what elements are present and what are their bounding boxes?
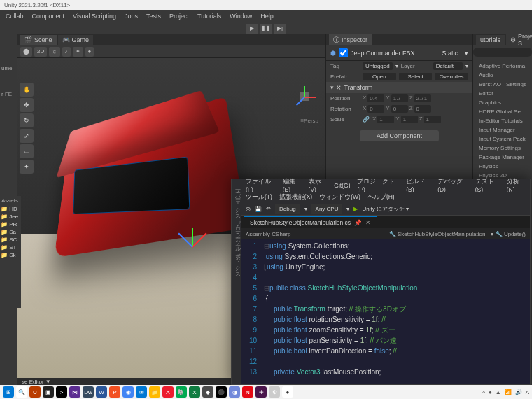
menu-tests[interactable]: Tests (146, 13, 161, 20)
taskbar-icon[interactable]: 🐘 (176, 386, 187, 398)
transform-menu-icon[interactable]: ⋮ (462, 84, 468, 91)
gizmos-toggle[interactable]: ● (85, 47, 94, 57)
asset-folder[interactable]: 📁 SC (0, 236, 21, 244)
vs-platform-dropdown[interactable]: Any CPU (312, 204, 343, 214)
vs-menu-item[interactable]: 表示(V) (309, 178, 328, 193)
taskbar-icon[interactable]: X (189, 386, 200, 398)
menu-tutorials[interactable]: Tutorials (197, 13, 221, 20)
gizmo-x-axis[interactable] (192, 232, 206, 247)
crumb-assembly[interactable]: Assembly-CSharp (246, 231, 290, 237)
ps-item[interactable]: In-Editor Tutorials (476, 116, 529, 125)
scale-link-icon[interactable]: 🔗 (363, 116, 370, 122)
vs-menu-item[interactable]: テスト(S) (475, 178, 500, 193)
tab-project-settings[interactable]: ⚙Project S (506, 31, 532, 48)
prefab-select-button[interactable]: Select (399, 73, 433, 80)
taskbar-icon[interactable]: 📁 (149, 386, 160, 398)
tray-icon[interactable]: 📶 (505, 389, 512, 396)
pos-y[interactable]: 1.7 (391, 94, 408, 102)
vs-file-tab[interactable]: SketchHubStyleObjectManipulation.cs 📌 ✕ (244, 216, 377, 228)
nav-y[interactable] (304, 86, 305, 97)
ps-item[interactable]: HDRP Global Se (476, 107, 529, 116)
menu-jobs[interactable]: Jobs (125, 13, 138, 20)
persp-label[interactable]: ≡Persp (300, 118, 318, 124)
object-name-field[interactable]: Jeep Commander FBX (351, 50, 435, 57)
taskbar-icon[interactable]: ⚫ (216, 386, 227, 398)
ps-item[interactable]: Adaptive Performa (476, 62, 529, 71)
scl-z[interactable]: 1 (424, 115, 441, 123)
ps-item[interactable]: Memory Settings (476, 144, 529, 153)
ps-item[interactable]: Package Manager (476, 153, 529, 162)
ps-item[interactable]: Graphics (476, 98, 529, 107)
taskbar-icon[interactable]: Dw (83, 386, 94, 398)
tray-icon[interactable]: ▲ (496, 389, 501, 396)
vs-menu-item[interactable]: Git(G) (334, 182, 350, 189)
menu-collab[interactable]: Collab (6, 13, 24, 20)
scl-x[interactable]: 1 (377, 115, 394, 123)
vs-menu-item[interactable]: ウィンドウ(W) (319, 193, 360, 202)
asset-folder[interactable]: 📁 Sk (0, 251, 21, 259)
taskbar-icon[interactable]: ⁜ (255, 386, 267, 398)
taskbar-icon[interactable]: P (109, 386, 120, 398)
rot-x[interactable]: 0 (368, 105, 384, 113)
object-enabled-checkbox[interactable] (339, 48, 348, 57)
asset-folder[interactable]: 📁 ST (0, 244, 21, 251)
pos-z[interactable]: 2.71 (414, 94, 431, 102)
ps-item[interactable]: Input System Pack (476, 134, 529, 144)
ps-item[interactable]: Burst AOT Settings (476, 80, 529, 89)
asset-folder[interactable]: 📁 HD (0, 205, 21, 213)
visual-studio-window[interactable]: サーバー エクスプローラー ツールボックス ファイル(F)編集(E)表示(V)G… (231, 178, 531, 385)
vs-nav-back-icon[interactable]: ◎ (246, 206, 251, 212)
fx-toggle[interactable]: ✦ (73, 47, 83, 57)
vs-menu-item[interactable]: 拡張機能(X) (279, 193, 312, 202)
tab-game[interactable]: 🎮Game (58, 35, 94, 45)
tab-tutorials[interactable]: utorials (476, 35, 505, 45)
vs-play-icon[interactable]: ▶ (354, 206, 358, 212)
vs-save-icon[interactable]: 💾 (255, 206, 262, 212)
taskbar-icon[interactable]: 🔍 (16, 386, 27, 398)
transform-gizmo[interactable] (172, 226, 214, 268)
taskbar-icon[interactable]: ⊞ (3, 386, 14, 398)
nav-cube[interactable] (290, 83, 318, 111)
taskbar-icon[interactable]: A (162, 386, 174, 398)
light-toggle[interactable]: ☼ (49, 47, 59, 57)
asset-folder[interactable]: 📁 Sa (0, 228, 21, 236)
vs-menu-item[interactable]: ファイル(F) (246, 178, 276, 193)
tray-icon[interactable]: A (526, 389, 529, 396)
vs-menu-item[interactable]: ビルド(B) (406, 178, 430, 193)
tray-icon[interactable]: ● (489, 389, 492, 396)
asset-folder[interactable]: 📁 Jee (0, 213, 21, 220)
play-button[interactable]: ▶ (246, 24, 258, 34)
crumb-method[interactable]: Update() (504, 231, 526, 237)
tab-inspector[interactable]: ⓘInspector (329, 34, 372, 46)
gizmo-z-axis[interactable] (178, 232, 192, 247)
ps-item[interactable]: Editor (476, 89, 529, 98)
ps-search-input[interactable] (473, 48, 532, 57)
vs-menu-item[interactable]: デバッグ(D) (438, 178, 468, 193)
vs-menu-item[interactable]: ヘルプ(H) (368, 193, 395, 202)
audio-toggle[interactable]: ♪ (62, 47, 71, 57)
mode-2d-toggle[interactable]: 2D (34, 47, 47, 57)
layer-dropdown[interactable]: Default (433, 62, 463, 70)
tab-scene[interactable]: 🎬Scene (20, 35, 57, 45)
tray-icon[interactable]: 🔊 (515, 389, 522, 396)
vs-menu-item[interactable]: 分析(N) (507, 178, 526, 193)
jeep-model[interactable] (24, 79, 255, 275)
rot-z[interactable]: 0 (414, 105, 431, 113)
pos-x[interactable]: 0.4 (368, 94, 384, 102)
shading-dropdown[interactable]: ⬤ (20, 47, 32, 57)
asset-folder[interactable]: 📁 PR (0, 220, 21, 228)
taskbar-icon[interactable]: N (242, 386, 253, 398)
menu-help[interactable]: Help (260, 13, 274, 20)
vs-menu-item[interactable]: ツール(T) (246, 193, 272, 202)
tray-icon[interactable]: ^ (482, 389, 485, 396)
taskbar-icon[interactable]: ▣ (43, 386, 54, 398)
close-icon[interactable]: ✕ (365, 219, 371, 226)
taskbar-icon[interactable]: > (56, 386, 67, 398)
taskbar-icon[interactable]: ● (282, 386, 293, 398)
vs-code-editor[interactable]: 12345678910111213 ⊟using System.Collecti… (241, 239, 530, 384)
nav-x[interactable] (304, 97, 316, 98)
rot-y[interactable]: 0 (391, 105, 408, 113)
taskbar-icon[interactable]: ✉ (136, 386, 147, 398)
vs-code-lines[interactable]: ⊟using System.Collections; using System.… (261, 239, 530, 384)
pin-icon[interactable]: 📌 (354, 219, 362, 226)
